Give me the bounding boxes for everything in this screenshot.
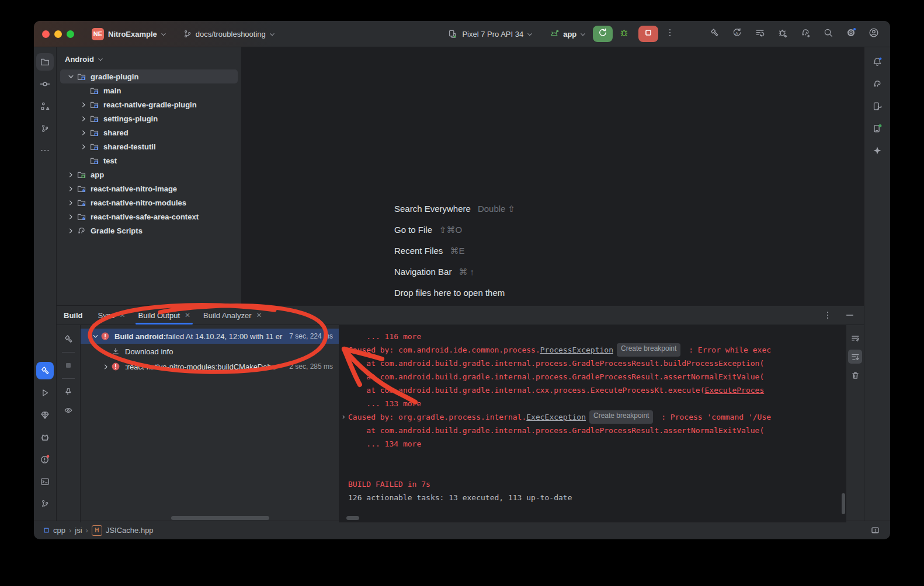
breadcrumb-item[interactable]: cpp (42, 526, 65, 535)
tree-chevron-icon[interactable] (78, 128, 89, 137)
device-manager-button[interactable] (869, 97, 886, 115)
git-tool-button[interactable] (36, 495, 54, 512)
exception-link[interactable]: ProcessException (540, 343, 613, 357)
minimize-window-button[interactable] (54, 30, 62, 38)
build-tree-item[interactable]: Download info (81, 344, 339, 359)
tree-horizontal-scrollbar[interactable] (171, 516, 269, 520)
gemini-ai-button[interactable] (869, 142, 886, 159)
commit-tool-button[interactable] (36, 75, 54, 93)
hide-build-panel-button[interactable] (843, 308, 857, 322)
project-view-selector[interactable]: Android (57, 52, 241, 69)
account-icon (869, 27, 879, 40)
notifications-button[interactable] (869, 53, 886, 71)
project-tree-item[interactable]: Gradle Scripts (60, 224, 238, 238)
tab-sync[interactable]: Sync✕ (98, 306, 126, 325)
tree-chevron-icon[interactable] (78, 142, 89, 151)
build-button[interactable] (706, 26, 722, 42)
tab-build-analyzer[interactable]: Build Analyzer✕ (203, 306, 262, 325)
shortcut-hint: Recent Files⌘E (394, 246, 515, 267)
project-tree-item[interactable]: app (60, 168, 238, 182)
problems-tool-button[interactable] (36, 451, 54, 468)
project-tree-item[interactable]: settings-plugin (60, 111, 238, 125)
project-tree-item[interactable]: react-native-gradle-plugin (60, 97, 238, 111)
build-tool-button[interactable] (36, 362, 54, 379)
zoom-window-button[interactable] (67, 30, 74, 38)
tree-chevron-icon[interactable] (78, 100, 89, 109)
source-file-link[interactable]: ExecuteProces (704, 383, 764, 397)
debug-button[interactable] (616, 26, 633, 42)
account-button[interactable] (866, 26, 882, 42)
console-horizontal-scrollbar[interactable] (346, 516, 359, 520)
project-panel: Android gradle-pluginmainreact-native-gr… (57, 47, 242, 305)
close-window-button[interactable] (42, 30, 50, 38)
breadcrumb-item[interactable]: HJSICache.hpp (92, 525, 154, 536)
build-options-button[interactable] (821, 308, 835, 322)
tab-build-output[interactable]: Build Output✕ (138, 306, 190, 325)
tree-chevron-icon[interactable] (90, 332, 100, 341)
close-tab-icon[interactable]: ✕ (119, 311, 125, 319)
app-quality-insights-button[interactable] (36, 406, 54, 424)
project-tree-item[interactable]: react-native-nitro-modules (60, 196, 238, 210)
tree-chevron-icon[interactable] (65, 184, 77, 193)
device-selector[interactable]: Pixel 7 Pro API 34 (447, 29, 534, 39)
stop-build-button[interactable] (60, 357, 77, 374)
scroll-to-end-button[interactable] (848, 350, 862, 364)
create-breakpoint-badge[interactable]: Create breakpoint (589, 410, 653, 424)
fold-gutter[interactable] (341, 410, 348, 424)
project-tree-item[interactable]: react-native-safe-area-context (60, 210, 238, 224)
search-icon (823, 27, 833, 40)
gradle-sync-button[interactable] (797, 26, 814, 42)
view-options-button[interactable] (60, 402, 77, 418)
build-tree-item[interactable]: :react-native-nitro-modules:buildCMakeDe… (81, 359, 339, 374)
project-tree-item[interactable]: react-native-nitro-image (60, 182, 238, 196)
rerun-button[interactable] (593, 26, 613, 42)
tree-chevron-icon[interactable] (65, 212, 77, 221)
shortcut-keys: Double ⇧ (478, 204, 515, 214)
profiler-button[interactable] (774, 26, 791, 42)
gradle-tool-button[interactable] (869, 75, 886, 93)
logcat-tool-button[interactable] (36, 428, 54, 446)
search-button[interactable] (820, 26, 836, 42)
running-devices-button[interactable] (869, 120, 886, 137)
structure-tool-button[interactable] (36, 97, 54, 115)
tree-chevron-icon[interactable] (65, 226, 77, 235)
stop-button[interactable] (638, 26, 658, 42)
soft-wrap-button[interactable] (848, 331, 862, 345)
clear-all-button[interactable] (848, 368, 862, 382)
run-anything-button[interactable]: A (729, 26, 745, 42)
tree-chevron-icon[interactable] (65, 170, 77, 179)
event-log-icon[interactable] (868, 524, 882, 538)
project-tree-item[interactable]: test (60, 154, 238, 168)
project-tree-item[interactable]: shared (60, 125, 238, 139)
project-tree-item[interactable]: gradle-plugin (60, 69, 238, 83)
project-selector[interactable]: NitroExample (108, 29, 168, 39)
project-tool-button[interactable] (36, 53, 54, 71)
tree-chevron-icon[interactable] (65, 198, 77, 207)
close-tab-icon[interactable]: ✕ (185, 311, 190, 319)
branch-selector[interactable]: docs/troubleshooting (183, 29, 276, 39)
tree-chevron-icon[interactable] (65, 72, 77, 81)
more-run-actions-button[interactable] (662, 26, 678, 42)
project-tree-item[interactable]: shared-testutil (60, 139, 238, 154)
more-tools-button[interactable] (36, 142, 54, 159)
close-tab-icon[interactable]: ✕ (256, 311, 262, 319)
settings-button[interactable] (843, 26, 859, 42)
project-tree-item[interactable]: main (60, 83, 238, 97)
breadcrumb-item[interactable]: jsi (75, 526, 82, 535)
console-text: ... 116 more (348, 330, 421, 343)
tree-chevron-icon[interactable] (100, 362, 111, 371)
run-config-selector[interactable]: app (549, 29, 587, 39)
rerun-build-button[interactable] (60, 331, 77, 347)
create-breakpoint-badge[interactable]: Create breakpoint (617, 343, 680, 357)
build-tree-item[interactable]: Build android: failed At 14.10.24, 12:00… (81, 329, 339, 344)
tree-chevron-icon[interactable] (78, 114, 89, 123)
run-tool-button[interactable] (36, 384, 54, 402)
console-text: Caused by: org.gradle.process.internal. (348, 410, 526, 424)
terminal-tool-button[interactable] (36, 473, 54, 490)
pin-tab-button[interactable] (60, 383, 77, 400)
recent-actions-button[interactable] (752, 26, 768, 42)
header-file-icon: H (92, 525, 102, 536)
exception-link[interactable]: ExecException (526, 410, 586, 424)
console-vertical-scrollbar[interactable] (842, 493, 845, 514)
pull-requests-tool-button[interactable] (36, 120, 54, 137)
